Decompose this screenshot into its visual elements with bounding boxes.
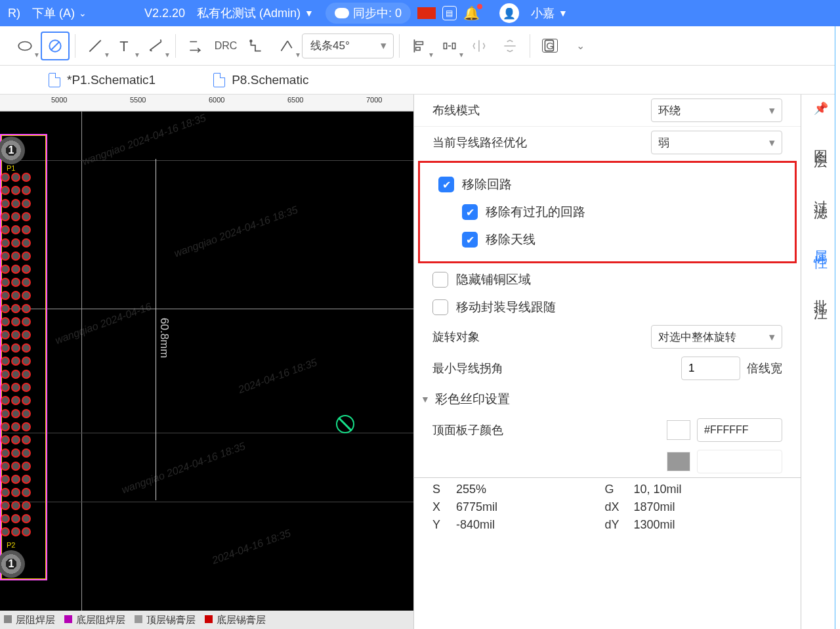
remove-via-loop-check[interactable]: ✔移除有过孔的回路	[420, 198, 795, 226]
version-label: V2.2.20	[144, 7, 185, 20]
ruler-horizontal: 5000 5500 6000 6500 7000	[0, 95, 413, 112]
crosshair-h	[0, 309, 413, 309]
coordinates-bar: S255%G10, 10mil X6775mildX1870mil Y-840m…	[414, 477, 801, 536]
user-menu[interactable]: 小嘉▼	[526, 5, 573, 21]
sync-status[interactable]: 同步中: 0	[326, 3, 411, 24]
toolbar: ▼ ▼ T▼ ▼ DRC ▼ 线条45° ▼ ▼ G ⌄	[0, 26, 840, 66]
optimize-label: 当前导线路径优化	[432, 135, 651, 150]
rotate-obj-label: 旋转对象	[432, 329, 651, 345]
svg-rect-8	[416, 41, 423, 44]
min-corner-unit: 倍线宽	[747, 360, 782, 376]
min-corner-input[interactable]	[681, 357, 740, 380]
chat-icon[interactable]: ▤	[442, 6, 457, 20]
move-follow-check[interactable]: 移动封装导线跟随	[414, 293, 801, 321]
align-left-tool[interactable]: ▼	[405, 32, 434, 60]
angle-tool[interactable]: ▼	[272, 32, 301, 60]
no-entry-tool[interactable]	[41, 32, 70, 60]
svg-line-3	[89, 40, 100, 51]
line-angle-combo[interactable]: 线条45°	[302, 33, 394, 58]
properties-panel: 布线模式环绕 当前导线路径优化弱 ✔移除回路 ✔移除有过孔的回路 ✔移除天线 隐…	[414, 95, 801, 629]
svg-point-6	[249, 39, 252, 42]
tab-schematic1[interactable]: *P1.Schematic1	[39, 73, 165, 87]
group-tool[interactable]: G	[536, 32, 564, 60]
ellipse-tool[interactable]: ▼	[10, 32, 39, 60]
svg-text:T: T	[119, 37, 128, 54]
env-menu[interactable]: 私有化测试 (Admin)▼	[192, 5, 319, 21]
tab-notes[interactable]: 批注	[805, 269, 837, 319]
svg-rect-11	[452, 43, 455, 49]
side-panel: 布线模式环绕 当前导线路径优化弱 ✔移除回路 ✔移除有过孔的回路 ✔移除天线 隐…	[413, 95, 840, 629]
tab-attributes[interactable]: 属性	[805, 219, 837, 269]
drc-tool[interactable]: DRC	[211, 32, 240, 60]
rotate-obj-select[interactable]: 对选中整体旋转	[651, 325, 782, 349]
color-swatch[interactable]	[667, 452, 690, 471]
crosshair-v	[81, 112, 82, 629]
refdes: P1	[7, 164, 15, 172]
more-tool[interactable]: ⌄	[566, 32, 595, 60]
flag-icon[interactable]	[417, 7, 436, 19]
avatar-icon[interactable]: 👤	[499, 3, 519, 23]
flip-h-tool[interactable]	[465, 32, 494, 60]
color-value[interactable]	[697, 450, 782, 473]
side-tabs: 📌 图层 过滤 属性 批注	[801, 95, 840, 629]
min-corner-label: 最小导线拐角	[432, 360, 681, 376]
cursor-indicator	[336, 415, 354, 433]
svg-rect-9	[416, 47, 421, 50]
bell-icon[interactable]: 🔔	[463, 5, 480, 21]
document-icon	[213, 73, 225, 87]
document-icon	[49, 73, 60, 87]
highlighted-group: ✔移除回路 ✔移除有过孔的回路 ✔移除天线	[418, 161, 797, 263]
cloud-icon	[335, 8, 349, 18]
title-bar: R) 下单 (A)⌄ V2.2.20 私有化测试 (Admin)▼ 同步中: 0…	[0, 0, 840, 26]
route-mode-label: 布线模式	[432, 102, 651, 118]
svg-rect-10	[444, 43, 446, 49]
hide-copper-check[interactable]: 隐藏铺铜区域	[414, 266, 801, 293]
export-tool[interactable]	[181, 32, 210, 60]
silk-section-header[interactable]: ▼彩色丝印设置	[414, 384, 801, 414]
svg-line-5	[150, 41, 161, 50]
remove-loop-check[interactable]: ✔移除回路	[420, 171, 795, 198]
pad-array	[0, 172, 42, 540]
optimize-select[interactable]: 弱	[651, 131, 782, 154]
top-color-swatch[interactable]	[667, 420, 690, 440]
flip-v-tool[interactable]	[495, 32, 524, 60]
route-mode-select[interactable]: 环绕	[651, 98, 782, 122]
route-tool[interactable]	[242, 32, 270, 60]
dimension-label: 60.8mm	[158, 318, 171, 358]
pcb-board: 1 1 P1 P2	[0, 134, 47, 580]
tab-schematic2[interactable]: P8.Schematic	[204, 73, 318, 87]
tab-layers[interactable]: 图层	[805, 119, 837, 169]
remove-antenna-check[interactable]: ✔移除天线	[420, 226, 795, 253]
tab-filter[interactable]: 过滤	[805, 169, 837, 219]
order-suffix: R)	[8, 7, 20, 20]
pcb-canvas[interactable]: 5000 5500 6000 6500 7000 wangqiao 2024-0…	[0, 95, 413, 629]
top-color-value[interactable]: #FFFFFF	[697, 418, 782, 442]
order-menu[interactable]: 下单 (A)⌄	[27, 5, 92, 21]
svg-line-2	[51, 41, 60, 50]
top-color-label: 顶面板子颜色	[432, 422, 667, 438]
line-tool[interactable]: ▼	[81, 32, 110, 60]
layer-bar[interactable]: 层阻焊层 底层阻焊层 顶层锡膏层 底层锡膏层	[0, 611, 413, 629]
refdes: P2	[7, 541, 15, 549]
svg-point-0	[18, 41, 32, 50]
distribute-tool[interactable]: ▼	[435, 32, 464, 60]
document-tabs: *P1.Schematic1 P8.Schematic	[0, 66, 840, 95]
dimension-tool[interactable]: ▼	[141, 32, 170, 60]
pin-icon[interactable]: 📌	[810, 97, 832, 119]
text-tool[interactable]: T▼	[111, 32, 140, 60]
